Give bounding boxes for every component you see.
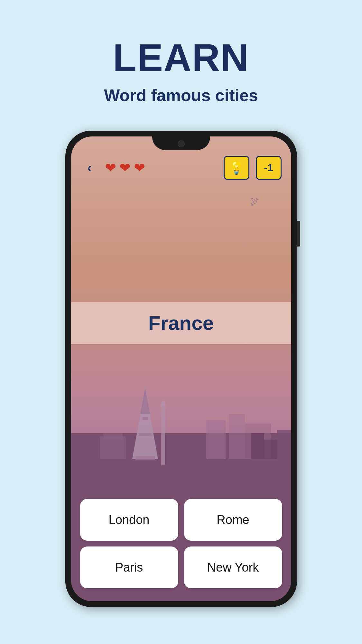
app-content: ‹ ❤ ❤ ❤ 💡 -1 🕊 (71, 136, 291, 601)
svg-rect-15 (277, 430, 291, 459)
skyline-illustration (71, 369, 291, 491)
phone-screen: ‹ ❤ ❤ ❤ 💡 -1 🕊 (71, 136, 291, 601)
phone-side-button (297, 221, 300, 247)
skyline-area: 🕊 (71, 186, 291, 491)
answer-paris[interactable]: Paris (80, 546, 178, 588)
heart-2: ❤ (119, 160, 131, 176)
hint-button[interactable]: 💡 (224, 156, 249, 180)
hearts-container: ❤ ❤ ❤ (105, 160, 217, 176)
answer-london[interactable]: London (80, 499, 178, 541)
heart-3: ❤ (134, 160, 145, 176)
back-button[interactable]: ‹ (81, 159, 98, 177)
answer-new-york[interactable]: New York (184, 546, 282, 588)
page-subtitle: Word famous cities (104, 86, 258, 105)
svg-rect-13 (251, 433, 264, 459)
svg-rect-4 (161, 401, 165, 465)
bird-icon: 🕊 (250, 196, 259, 207)
svg-rect-11 (100, 436, 126, 459)
page-title: LEARN (113, 35, 249, 80)
svg-rect-12 (103, 433, 123, 440)
svg-rect-8 (135, 456, 155, 460)
phone-notch (152, 136, 210, 150)
question-text: France (148, 312, 214, 334)
minus-button[interactable]: -1 (256, 156, 282, 180)
lightbulb-icon: 💡 (229, 161, 244, 175)
svg-rect-10 (143, 417, 148, 420)
svg-rect-1 (206, 420, 226, 459)
phone-camera (178, 140, 185, 147)
answers-grid: London Rome Paris New York (71, 491, 291, 601)
question-band: France (71, 302, 291, 344)
answer-rome[interactable]: Rome (184, 499, 282, 541)
svg-rect-2 (229, 414, 245, 459)
svg-marker-5 (160, 401, 166, 406)
heart-1: ❤ (105, 160, 116, 176)
svg-rect-9 (139, 433, 152, 436)
svg-rect-16 (71, 469, 291, 491)
svg-marker-7 (140, 388, 150, 414)
phone-mockup: ‹ ❤ ❤ ❤ 💡 -1 🕊 (65, 131, 297, 607)
